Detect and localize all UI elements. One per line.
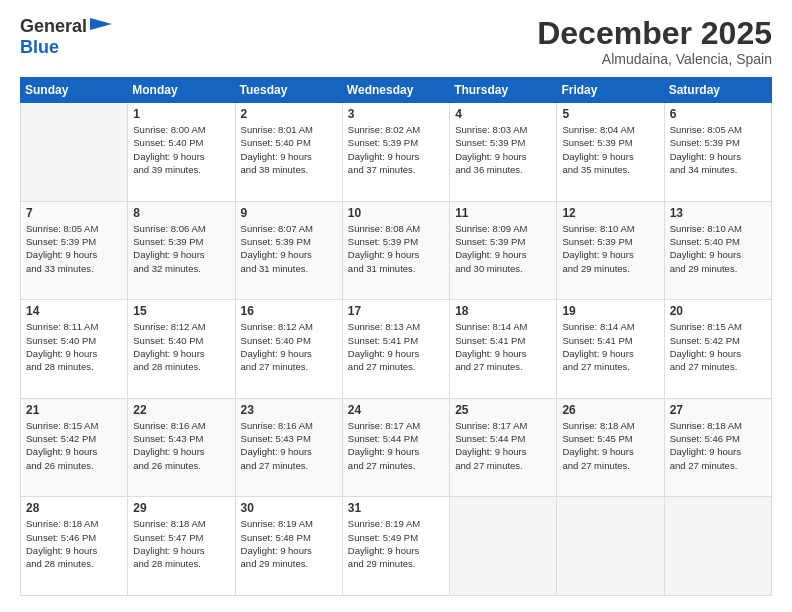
table-row: 7Sunrise: 8:05 AMSunset: 5:39 PMDaylight… (21, 201, 128, 300)
day-number: 27 (670, 403, 766, 417)
table-row: 21Sunrise: 8:15 AMSunset: 5:42 PMDayligh… (21, 398, 128, 497)
month-title: December 2025 (537, 16, 772, 51)
table-row: 1Sunrise: 8:00 AMSunset: 5:40 PMDaylight… (128, 103, 235, 202)
calendar-week-row: 21Sunrise: 8:15 AMSunset: 5:42 PMDayligh… (21, 398, 772, 497)
day-info: Sunrise: 8:19 AMSunset: 5:49 PMDaylight:… (348, 517, 444, 570)
day-info: Sunrise: 8:07 AMSunset: 5:39 PMDaylight:… (241, 222, 337, 275)
table-row: 24Sunrise: 8:17 AMSunset: 5:44 PMDayligh… (342, 398, 449, 497)
calendar-week-row: 7Sunrise: 8:05 AMSunset: 5:39 PMDaylight… (21, 201, 772, 300)
logo-blue: Blue (20, 37, 59, 58)
day-number: 11 (455, 206, 551, 220)
calendar-week-row: 1Sunrise: 8:00 AMSunset: 5:40 PMDaylight… (21, 103, 772, 202)
day-info: Sunrise: 8:17 AMSunset: 5:44 PMDaylight:… (455, 419, 551, 472)
table-row (21, 103, 128, 202)
day-info: Sunrise: 8:11 AMSunset: 5:40 PMDaylight:… (26, 320, 122, 373)
day-number: 13 (670, 206, 766, 220)
day-number: 14 (26, 304, 122, 318)
table-row: 6Sunrise: 8:05 AMSunset: 5:39 PMDaylight… (664, 103, 771, 202)
day-number: 25 (455, 403, 551, 417)
day-number: 24 (348, 403, 444, 417)
day-number: 1 (133, 107, 229, 121)
day-info: Sunrise: 8:14 AMSunset: 5:41 PMDaylight:… (455, 320, 551, 373)
day-number: 12 (562, 206, 658, 220)
table-row: 8Sunrise: 8:06 AMSunset: 5:39 PMDaylight… (128, 201, 235, 300)
day-number: 31 (348, 501, 444, 515)
header-monday: Monday (128, 78, 235, 103)
table-row: 10Sunrise: 8:08 AMSunset: 5:39 PMDayligh… (342, 201, 449, 300)
calendar-header-row: Sunday Monday Tuesday Wednesday Thursday… (21, 78, 772, 103)
day-number: 26 (562, 403, 658, 417)
table-row: 28Sunrise: 8:18 AMSunset: 5:46 PMDayligh… (21, 497, 128, 596)
day-number: 9 (241, 206, 337, 220)
table-row (450, 497, 557, 596)
day-info: Sunrise: 8:18 AMSunset: 5:45 PMDaylight:… (562, 419, 658, 472)
logo-general: General (20, 16, 87, 37)
table-row: 27Sunrise: 8:18 AMSunset: 5:46 PMDayligh… (664, 398, 771, 497)
day-info: Sunrise: 8:06 AMSunset: 5:39 PMDaylight:… (133, 222, 229, 275)
calendar-week-row: 28Sunrise: 8:18 AMSunset: 5:46 PMDayligh… (21, 497, 772, 596)
day-info: Sunrise: 8:16 AMSunset: 5:43 PMDaylight:… (133, 419, 229, 472)
table-row: 11Sunrise: 8:09 AMSunset: 5:39 PMDayligh… (450, 201, 557, 300)
day-info: Sunrise: 8:10 AMSunset: 5:39 PMDaylight:… (562, 222, 658, 275)
table-row: 23Sunrise: 8:16 AMSunset: 5:43 PMDayligh… (235, 398, 342, 497)
day-info: Sunrise: 8:18 AMSunset: 5:46 PMDaylight:… (26, 517, 122, 570)
table-row: 4Sunrise: 8:03 AMSunset: 5:39 PMDaylight… (450, 103, 557, 202)
day-info: Sunrise: 8:15 AMSunset: 5:42 PMDaylight:… (670, 320, 766, 373)
table-row: 18Sunrise: 8:14 AMSunset: 5:41 PMDayligh… (450, 300, 557, 399)
day-number: 10 (348, 206, 444, 220)
day-info: Sunrise: 8:05 AMSunset: 5:39 PMDaylight:… (26, 222, 122, 275)
table-row: 3Sunrise: 8:02 AMSunset: 5:39 PMDaylight… (342, 103, 449, 202)
logo-flag-icon (90, 18, 112, 36)
table-row: 20Sunrise: 8:15 AMSunset: 5:42 PMDayligh… (664, 300, 771, 399)
day-info: Sunrise: 8:13 AMSunset: 5:41 PMDaylight:… (348, 320, 444, 373)
header-tuesday: Tuesday (235, 78, 342, 103)
header-saturday: Saturday (664, 78, 771, 103)
location-subtitle: Almudaina, Valencia, Spain (537, 51, 772, 67)
logo: General Blue (20, 16, 112, 58)
day-number: 29 (133, 501, 229, 515)
table-row: 16Sunrise: 8:12 AMSunset: 5:40 PMDayligh… (235, 300, 342, 399)
day-info: Sunrise: 8:17 AMSunset: 5:44 PMDaylight:… (348, 419, 444, 472)
day-number: 19 (562, 304, 658, 318)
day-number: 16 (241, 304, 337, 318)
table-row: 29Sunrise: 8:18 AMSunset: 5:47 PMDayligh… (128, 497, 235, 596)
header: General Blue December 2025 Almudaina, Va… (20, 16, 772, 67)
header-sunday: Sunday (21, 78, 128, 103)
day-number: 2 (241, 107, 337, 121)
calendar-table: Sunday Monday Tuesday Wednesday Thursday… (20, 77, 772, 596)
day-number: 3 (348, 107, 444, 121)
table-row: 30Sunrise: 8:19 AMSunset: 5:48 PMDayligh… (235, 497, 342, 596)
calendar-week-row: 14Sunrise: 8:11 AMSunset: 5:40 PMDayligh… (21, 300, 772, 399)
day-number: 17 (348, 304, 444, 318)
day-info: Sunrise: 8:08 AMSunset: 5:39 PMDaylight:… (348, 222, 444, 275)
day-info: Sunrise: 8:18 AMSunset: 5:46 PMDaylight:… (670, 419, 766, 472)
day-info: Sunrise: 8:09 AMSunset: 5:39 PMDaylight:… (455, 222, 551, 275)
table-row: 12Sunrise: 8:10 AMSunset: 5:39 PMDayligh… (557, 201, 664, 300)
table-row: 22Sunrise: 8:16 AMSunset: 5:43 PMDayligh… (128, 398, 235, 497)
day-number: 5 (562, 107, 658, 121)
table-row: 9Sunrise: 8:07 AMSunset: 5:39 PMDaylight… (235, 201, 342, 300)
table-row: 13Sunrise: 8:10 AMSunset: 5:40 PMDayligh… (664, 201, 771, 300)
table-row (557, 497, 664, 596)
table-row: 5Sunrise: 8:04 AMSunset: 5:39 PMDaylight… (557, 103, 664, 202)
day-number: 28 (26, 501, 122, 515)
table-row: 17Sunrise: 8:13 AMSunset: 5:41 PMDayligh… (342, 300, 449, 399)
day-info: Sunrise: 8:00 AMSunset: 5:40 PMDaylight:… (133, 123, 229, 176)
day-info: Sunrise: 8:12 AMSunset: 5:40 PMDaylight:… (133, 320, 229, 373)
table-row (664, 497, 771, 596)
day-number: 7 (26, 206, 122, 220)
day-number: 22 (133, 403, 229, 417)
day-number: 8 (133, 206, 229, 220)
table-row: 25Sunrise: 8:17 AMSunset: 5:44 PMDayligh… (450, 398, 557, 497)
page: General Blue December 2025 Almudaina, Va… (0, 0, 792, 612)
day-info: Sunrise: 8:10 AMSunset: 5:40 PMDaylight:… (670, 222, 766, 275)
header-friday: Friday (557, 78, 664, 103)
day-info: Sunrise: 8:02 AMSunset: 5:39 PMDaylight:… (348, 123, 444, 176)
header-wednesday: Wednesday (342, 78, 449, 103)
header-thursday: Thursday (450, 78, 557, 103)
table-row: 15Sunrise: 8:12 AMSunset: 5:40 PMDayligh… (128, 300, 235, 399)
day-number: 6 (670, 107, 766, 121)
table-row: 14Sunrise: 8:11 AMSunset: 5:40 PMDayligh… (21, 300, 128, 399)
table-row: 31Sunrise: 8:19 AMSunset: 5:49 PMDayligh… (342, 497, 449, 596)
day-info: Sunrise: 8:03 AMSunset: 5:39 PMDaylight:… (455, 123, 551, 176)
